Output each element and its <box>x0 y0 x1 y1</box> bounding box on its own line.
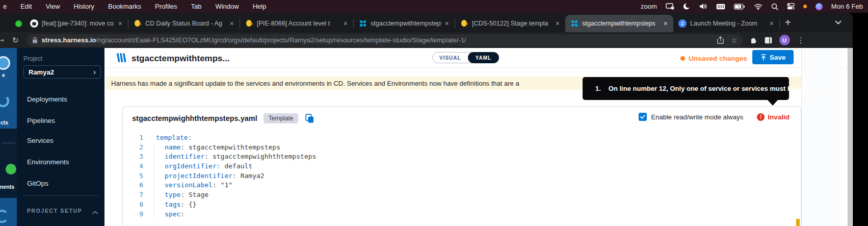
menubar-menu-window[interactable]: Window <box>215 3 239 10</box>
module-icon-top[interactable] <box>0 56 10 70</box>
sidebar-item-environments[interactable]: Environments <box>27 158 69 166</box>
tab-close-icon[interactable]: × <box>768 19 775 28</box>
tab-close-icon[interactable]: × <box>342 19 349 28</box>
banner-text: Harness has made a significant update to… <box>111 80 519 87</box>
tab-title: stgacctempwithtempsteps <box>371 20 441 27</box>
yaml-code-editor[interactable]: 1template:2name: stgacctempwithtempsteps… <box>123 133 801 219</box>
control-center-icon[interactable] <box>787 3 795 10</box>
menubar-menu-tab[interactable]: Tab <box>191 3 201 10</box>
tab-close-icon[interactable]: × <box>117 19 124 28</box>
menubar-menu-view[interactable]: View <box>46 3 60 10</box>
browser-menu-icon[interactable]: ⋮ <box>797 36 805 45</box>
tab-close-icon[interactable]: × <box>228 19 235 28</box>
code-line[interactable]: 9spec: <box>123 210 801 219</box>
focus-crescent-icon[interactable] <box>683 3 691 10</box>
profile-avatar[interactable]: U <box>779 35 790 45</box>
browser-tab[interactable]: [CDS-50122] Stage templa× <box>455 15 565 32</box>
yaml-option[interactable]: YAML <box>468 52 499 63</box>
menubar-zoom-item[interactable]: zoom <box>641 3 657 10</box>
tab-title: [feat]:[pie-7340]: move co <box>42 20 115 27</box>
battery-charging-icon[interactable] <box>734 4 745 10</box>
module-label-partial[interactable]: cts <box>1 119 8 125</box>
sidebar-item-pipelines[interactable]: Pipelines <box>27 117 55 124</box>
template-bars-icon <box>116 52 127 65</box>
code-line[interactable]: 3identifier: stgacctempwighhthtempsteps <box>123 152 801 162</box>
line-number: 2 <box>123 143 143 153</box>
code-line[interactable]: 1template: <box>123 133 801 143</box>
module-label-partial[interactable]: nents <box>0 184 14 190</box>
tooltip-caret <box>767 99 778 106</box>
tab-close-icon[interactable]: × <box>662 19 669 28</box>
browser-tab[interactable]: [feat]:[pie-7340]: move co× <box>25 15 128 32</box>
reload-icon[interactable]: ↻ <box>12 36 19 45</box>
yaml-filename: stgacctempwighhthtempsteps.yaml <box>132 114 257 122</box>
line-number: 6 <box>123 181 143 190</box>
code-line[interactable]: 5projectIdentifier: Ramya2 <box>123 171 801 181</box>
module-icon-projects[interactable] <box>0 95 9 107</box>
project-setup-section[interactable]: PROJECT SETUP <box>27 208 82 214</box>
tab-strip: [feat]:[pie-7340]: move co×CD Daily Stat… <box>0 13 853 32</box>
keyboard-icon[interactable] <box>716 4 725 10</box>
browser-tab[interactable]: stgacctempwithtempsteps× <box>565 15 673 32</box>
menubar-menu-help[interactable]: Help <box>253 3 267 10</box>
tab-close-icon[interactable]: × <box>554 19 561 28</box>
save-button[interactable]: Save <box>752 50 794 64</box>
screen-share-icon[interactable]: ! <box>666 3 674 10</box>
code-line[interactable]: 2name: stgacctempwithtempsteps <box>123 143 801 153</box>
project-name: Ramya2 <box>29 68 54 76</box>
code-line[interactable]: 6versionLabel: "1" <box>123 181 801 190</box>
duck-favicon-icon <box>245 19 253 28</box>
menubar-menu-history[interactable]: History <box>74 3 94 10</box>
menubar-clock[interactable]: Mon 6 Feb <box>831 3 863 10</box>
yaml-editor-card: stgacctempwighhthtempsteps.yaml Template… <box>122 106 801 226</box>
tooltip-text: On line number 12, Only one of service o… <box>609 85 823 92</box>
code-line[interactable]: 8tags: {} <box>123 200 801 210</box>
address-bar[interactable]: stress.harness.io /ng/account/zEaak-FLS4… <box>27 34 743 46</box>
sidebar-item-gitops[interactable]: GitOps <box>27 180 48 187</box>
browser-toolbar: ➞ ↻ stress.harness.io /ng/account/zEaak-… <box>0 32 853 48</box>
visual-option[interactable]: VISUAL <box>433 55 468 61</box>
forward-arrow-icon[interactable]: ➞ <box>0 36 5 45</box>
tab-close-icon[interactable]: × <box>443 19 451 28</box>
chevron-up-icon[interactable] <box>92 207 98 216</box>
readwrite-checkbox[interactable] <box>639 113 647 121</box>
copy-icon[interactable] <box>305 114 314 123</box>
project-label: Project <box>23 55 42 62</box>
menubar-menu-bookmarks[interactable]: Bookmarks <box>108 3 141 10</box>
unsaved-changes-badge: Unsaved changes <box>680 55 747 62</box>
wifi-icon[interactable] <box>754 4 762 10</box>
code-line[interactable]: 4orgIdentifier: default <box>123 162 801 171</box>
error-marker <box>796 219 800 226</box>
tab-search-chevron-icon[interactable] <box>835 17 841 27</box>
scrollbar-thumb[interactable] <box>848 48 852 226</box>
bookmark-star-icon[interactable]: ☆ <box>731 36 738 44</box>
menubar-menu-profiles[interactable]: Profiles <box>155 3 177 10</box>
menubar-app-menu-partial[interactable]: e <box>3 3 7 10</box>
browser-tab[interactable]: [PIE-8066] Account level t× <box>240 15 353 32</box>
browser-tab[interactable]: stgacctempwithtempsteps× <box>354 15 455 32</box>
traffic-light-green[interactable] <box>15 20 22 27</box>
browser-tab[interactable]: CD Daily Status Board - Ag× <box>128 15 240 32</box>
siri-icon[interactable] <box>816 3 823 10</box>
page-title: stgacctempwithtemps... <box>131 54 230 64</box>
page-scrollbar[interactable] <box>847 48 853 226</box>
side-panel-icon[interactable] <box>765 37 772 44</box>
macos-menubar: e EditViewHistoryBookmarksProfilesTabWin… <box>0 0 868 13</box>
browser-tab[interactable]: ZLaunch Meeting - Zoom× <box>673 15 779 32</box>
project-sidebar: Project Ramya2 › DeploymentsPipelinesSer… <box>17 48 104 226</box>
new-tab-button[interactable]: + <box>785 17 791 29</box>
code-line[interactable]: 7type: Stage <box>123 190 801 200</box>
share-icon[interactable] <box>717 36 724 44</box>
sidebar-item-deployments[interactable]: Deployments <box>27 95 67 103</box>
module-icon-deployments[interactable] <box>6 164 16 174</box>
module-nav-strip: e cts nents <box>0 48 17 226</box>
extension-icon[interactable] <box>750 36 757 44</box>
module-label-partial[interactable]: e <box>2 72 5 78</box>
sidebar-item-services[interactable]: Services <box>27 137 54 144</box>
readwrite-label[interactable]: Enable read/write mode always <box>651 113 744 121</box>
spotlight-search-icon[interactable] <box>771 3 778 10</box>
menubar-menu-edit[interactable]: Edit <box>20 3 32 10</box>
sidebar-divider <box>23 195 98 196</box>
volume-icon[interactable] <box>699 3 707 10</box>
project-selector[interactable]: Ramya2 › <box>23 65 101 79</box>
